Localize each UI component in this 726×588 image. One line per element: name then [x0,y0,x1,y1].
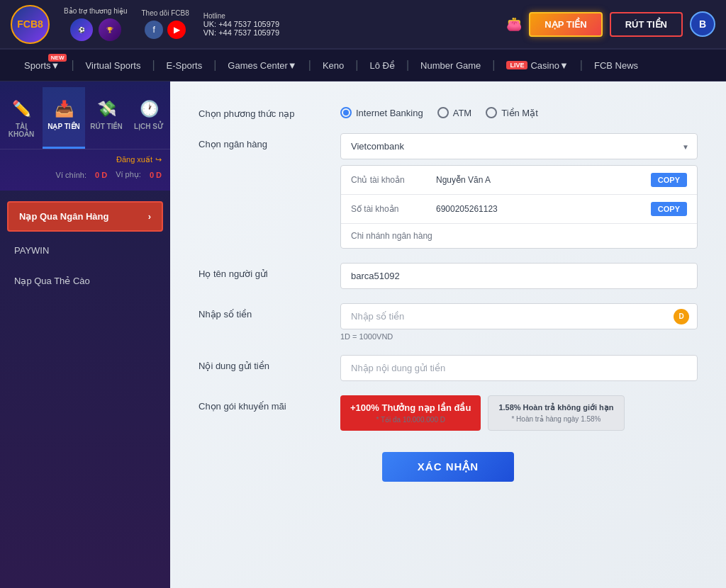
tai-khoan-icon: ✏️ [12,100,31,118]
promo-cashback[interactable]: 1.58% Hoàn trả không giới hạn * Hoàn trả… [488,395,624,431]
bank-select[interactable]: Vietcombank [340,133,698,159]
header-actions: 👛 NẠP TIỀN RÚT TIỀN B [506,11,715,37]
nav-number-game[interactable]: Number Game [411,50,491,81]
content-row: Nội dung gửi tiền [199,355,698,381]
sports-badge: NEW [48,54,67,62]
sidebar-menu: Nạp Qua Ngân Hàng › PAYWIN Nạp Qua Thẻ C… [0,191,170,296]
payment-method-label: Chọn phương thức nạp [199,103,326,119]
user-avatar[interactable]: B [690,11,715,37]
promo-label: Chọn gói khuyến mãi [199,395,326,412]
nav-games-center[interactable]: Games Center ▼ [218,50,306,81]
vi-phu-label: Ví phụ: [116,170,141,179]
bank-label: Chọn ngân hàng [199,133,326,149]
radio-tien-mat[interactable]: Tiền Mặt [486,107,538,118]
sponsor-title: Bảo trợ thương hiệu [64,7,127,15]
content-label: Nội dung gửi tiền [199,355,326,371]
promo-group: +100% Thưởng nạp lần đầu * Tối đa 10.000… [340,395,698,431]
vi-phu-value: 0 D [150,171,162,179]
sender-row: Họ tên người gửi [199,263,698,289]
nav-keno[interactable]: Keno [313,50,354,81]
radio-atm[interactable]: ATM [437,107,471,118]
sponsor-section: Bảo trợ thương hiệu ⚽ 🏆 [64,7,127,41]
sponsor-logos: ⚽ 🏆 [70,18,121,41]
lich-su-icon: 🕐 [140,100,159,118]
amount-coin-icon: D [674,309,689,324]
hotline-vn: VN: +44 7537 105979 [203,28,279,37]
rut-tien-icon: 💸 [97,100,116,118]
nap-tien-icon: 📥 [55,100,74,118]
amount-input[interactable] [340,303,698,329]
copy-owner-button[interactable]: COPY [651,173,687,187]
sender-input-wrapper [340,263,698,289]
wallet-icon[interactable]: 👛 [506,16,522,32]
form-content: Chọn phương thức nạp Internet Banking AT… [170,81,726,588]
youtube-icon[interactable]: ▶ [167,21,186,39]
live-badge: LIVE [506,61,527,69]
bank-selection-row: Chọn ngân hàng Vietcombank Chủ tài khoản… [199,133,698,249]
social-section: Theo dõi FCB8 f ▶ [141,9,189,39]
nav-esports[interactable]: E-Sports [157,50,213,81]
social-title: Theo dõi FCB8 [141,9,189,17]
radio-group-payment: Internet Banking ATM Tiền Mặt [340,103,698,118]
bank-select-wrapper: Vietcombank [340,133,698,159]
content-input-wrapper [340,355,698,381]
vi-chinh-value: 0 D [95,171,107,179]
nav-lo-de[interactable]: Lô Đề [359,50,404,81]
amount-input-container: D [340,303,698,329]
sponsor-logo-1: ⚽ [70,18,93,41]
tab-tai-khoan[interactable]: ✏️ TÀI KHOẢN [0,87,43,149]
sidebar-paywin[interactable]: PAYWIN [0,235,170,266]
sender-label: Họ tên người gửi [199,263,326,279]
tab-lich-su[interactable]: 🕐 LỊCH SỬ [128,87,170,149]
sender-input[interactable] [340,263,698,289]
rate-text: 1D = 1000VND [340,332,698,341]
bank-controls: Vietcombank Chủ tài khoản Nguyễn Văn A C… [340,133,698,249]
radio-circle-atm [437,107,449,118]
hotline-title: Hotline [203,12,279,20]
radio-circle-internet [340,107,352,118]
sidebar-nap-the-cao[interactable]: Nạp Qua Thẻ Cào [0,266,170,296]
navigation: Sports NEW ▼ | Virtual Sports | E-Sports… [0,50,726,81]
vi-chinh-label: Ví chính: [56,171,86,179]
promo-first-deposit[interactable]: +100% Thưởng nạp lần đầu * Tối đa 10.000… [340,395,481,431]
nav-fcb-news[interactable]: FCB News [584,50,648,81]
header: FCB8 Bảo trợ thương hiệu ⚽ 🏆 Theo dõi FC… [0,0,726,50]
nap-tien-button[interactable]: NẠP TIỀN [529,12,602,37]
logo-text: FCB8 [17,18,43,30]
bank-info-account: Số tài khoản 6900205261123 COPY [341,195,697,224]
content-input[interactable] [340,355,698,381]
logout-button[interactable]: Đăng xuất ↪ [116,155,162,164]
amount-row: Nhập số tiền D 1D = 1000VND [199,303,698,341]
payment-method-row: Chọn phương thức nạp Internet Banking AT… [199,103,698,119]
sidebar-nap-ngan-hang[interactable]: Nạp Qua Ngân Hàng › [7,201,163,232]
facebook-icon[interactable]: f [145,21,163,39]
sponsor-logo-2: 🏆 [99,18,121,41]
bank-info-branch: Chi nhánh ngân hàng [341,224,697,248]
hotline-uk: UK: +44 7537 105979 [203,20,279,28]
amount-input-wrapper: D 1D = 1000VND [340,303,698,341]
logo-badge: FCB8 [11,5,50,44]
hotline-section: Hotline UK: +44 7537 105979 VN: +44 7537… [203,12,279,37]
nav-casino[interactable]: LIVE Casino ▼ [496,50,578,81]
main-content: ✏️ TÀI KHOẢN 📥 NẠP TIỀN 💸 RÚT TIỀN 🕐 LỊC… [0,81,726,588]
payment-method-options: Internet Banking ATM Tiền Mặt [340,103,698,118]
nav-sports[interactable]: Sports NEW ▼ [14,50,69,81]
submit-button[interactable]: XÁC NHẬN [382,452,514,482]
rut-tien-button[interactable]: RÚT TIỀN [610,12,683,37]
tab-nap-tien[interactable]: 📥 NẠP TIỀN [43,87,85,149]
submit-area: XÁC NHẬN [199,452,698,482]
nav-virtual-sports[interactable]: Virtual Sports [76,50,151,81]
copy-account-button[interactable]: COPY [651,202,687,216]
social-icons: f ▶ [145,21,186,39]
bank-info-owner: Chủ tài khoản Nguyễn Văn A COPY [341,166,697,195]
promo-row: Chọn gói khuyến mãi +100% Thưởng nạp lần… [199,395,698,431]
logo: FCB8 [11,5,50,44]
radio-internet-banking[interactable]: Internet Banking [340,107,423,118]
account-sidebar: ✏️ TÀI KHOẢN 📥 NẠP TIỀN 💸 RÚT TIỀN 🕐 LỊC… [0,81,170,588]
promo-options-wrapper: +100% Thưởng nạp lần đầu * Tối đa 10.000… [340,395,698,431]
radio-circle-tienmat [486,107,497,118]
bank-info-card: Chủ tài khoản Nguyễn Văn A COPY Số tài k… [340,165,698,249]
tab-rut-tien[interactable]: 💸 RÚT TIỀN [85,87,128,149]
amount-label: Nhập số tiền [199,303,326,320]
